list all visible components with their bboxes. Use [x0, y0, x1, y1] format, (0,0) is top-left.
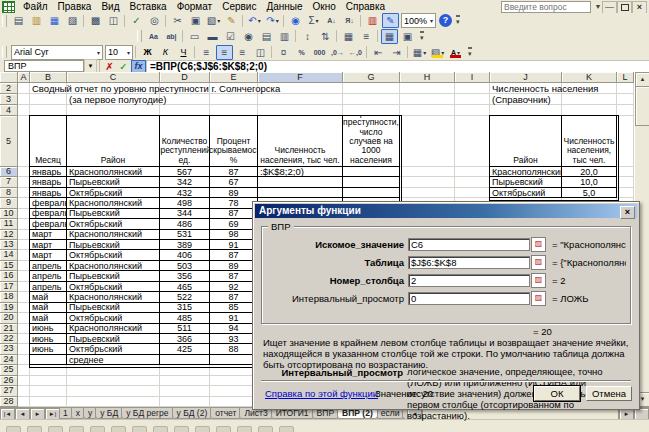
- bold-button[interactable]: Ж: [139, 45, 156, 60]
- vertical-scroll-thumb[interactable]: [635, 86, 649, 126]
- cell-C25[interactable]: [67, 365, 160, 375]
- cell-B4[interactable]: [30, 105, 67, 116]
- cell-A6[interactable]: [18, 167, 30, 177]
- cell-E13[interactable]: 91: [210, 240, 258, 250]
- cell-C14[interactable]: Октябрьский: [67, 250, 160, 260]
- dialog-title-bar[interactable]: Аргументы функции ×: [255, 204, 637, 218]
- increase-decimal-button[interactable]: ,0→: [329, 45, 346, 60]
- cell-C17[interactable]: Октябрьский: [67, 282, 160, 292]
- align-right-button[interactable]: ≡: [234, 45, 251, 60]
- cell-D20[interactable]: 485: [160, 313, 210, 323]
- menu-Сервис[interactable]: Сервис: [217, 0, 261, 13]
- cell-E10[interactable]: 87: [210, 209, 258, 219]
- cell-A8[interactable]: [18, 188, 30, 198]
- cell-B12[interactable]: март: [30, 230, 67, 240]
- cell-B11[interactable]: февраль: [30, 219, 67, 229]
- row-header-4[interactable]: 4: [0, 105, 18, 116]
- ok-button[interactable]: ОК: [534, 386, 580, 401]
- cell-B21[interactable]: июнь: [30, 324, 67, 334]
- cell-B5[interactable]: Месяц: [30, 116, 67, 167]
- percent-button[interactable]: %: [293, 45, 310, 60]
- cell-A26[interactable]: [18, 376, 30, 386]
- collapse-dialog-icon[interactable]: ▨: [531, 255, 546, 270]
- cell-J4[interactable]: [490, 105, 562, 116]
- column-header-I[interactable]: I: [455, 72, 490, 83]
- button-button[interactable]: ▬: [204, 29, 221, 44]
- cell-D4[interactable]: [160, 105, 210, 116]
- cell-A5[interactable]: [18, 116, 30, 167]
- cell-A24[interactable]: [18, 355, 30, 365]
- cell-C21[interactable]: Краснополянский: [67, 324, 160, 334]
- cell-I2[interactable]: [455, 83, 490, 94]
- cell-D19[interactable]: 315: [160, 303, 210, 313]
- cell-C12[interactable]: Краснополянский: [67, 230, 160, 240]
- cell-D15[interactable]: 503: [160, 261, 210, 271]
- cell-J5[interactable]: Район: [490, 116, 562, 167]
- column-header-B[interactable]: B: [30, 72, 67, 83]
- cell-D5[interactable]: Количество преступлений, ед.: [160, 116, 210, 167]
- cell-D13[interactable]: 389: [160, 240, 210, 250]
- autosum-dropdown-icon[interactable]: ▾: [316, 17, 319, 24]
- combo-box-button[interactable]: ▥: [276, 29, 293, 44]
- cell-F3[interactable]: [258, 94, 343, 105]
- column-header-D[interactable]: D: [160, 72, 210, 83]
- cell-A27[interactable]: [18, 386, 30, 396]
- sheet-tab-отчет[interactable]: отчет: [210, 408, 241, 419]
- collapse-dialog-icon[interactable]: ▨: [531, 237, 546, 252]
- cell-A20[interactable]: [18, 313, 30, 323]
- cell-C16[interactable]: Пырьевский: [67, 271, 160, 281]
- menu-Файл[interactable]: Файл: [18, 0, 53, 13]
- cell-J7[interactable]: Пырьевский: [490, 177, 562, 187]
- cell-D12[interactable]: 531: [160, 230, 210, 240]
- font-color-button[interactable]: А▾: [447, 45, 464, 60]
- cell-E3[interactable]: [210, 94, 258, 105]
- format-painter-button[interactable]: ✎: [223, 13, 240, 28]
- menu-Формат[interactable]: Формат: [172, 0, 218, 13]
- cell-C20[interactable]: Октябрьский: [67, 313, 160, 323]
- cell-G6[interactable]: [343, 167, 400, 177]
- cell-D9[interactable]: 498: [160, 198, 210, 208]
- cell-L7[interactable]: [617, 177, 634, 187]
- cell-E8[interactable]: 89: [210, 188, 258, 198]
- collapse-dialog-icon[interactable]: ▨: [531, 273, 546, 288]
- cell-D24[interactable]: [160, 355, 210, 365]
- cell-C3[interactable]: (за первое полугодие): [67, 94, 160, 105]
- edit-box-button[interactable]: аb|: [163, 29, 180, 44]
- cell-D7[interactable]: 342: [160, 177, 210, 187]
- cell-D26[interactable]: [160, 376, 210, 386]
- cell-E24[interactable]: [210, 355, 258, 365]
- fill-color-button[interactable]: ▧▾: [429, 45, 446, 60]
- column-header-E[interactable]: E: [210, 72, 258, 83]
- spelling-button[interactable]: ✓: [128, 13, 145, 28]
- row-header-28[interactable]: 28: [0, 397, 18, 407]
- cell-A3[interactable]: [18, 94, 30, 105]
- cell-K7[interactable]: 10,0: [562, 177, 617, 187]
- cell-B16[interactable]: апрель: [30, 271, 67, 281]
- cell-B14[interactable]: март: [30, 250, 67, 260]
- cell-C7[interactable]: Пырьевский: [67, 177, 160, 187]
- cell-B17[interactable]: апрель: [30, 282, 67, 292]
- cell-B9[interactable]: февраль: [30, 198, 67, 208]
- cell-C15[interactable]: Краснополянский: [67, 261, 160, 271]
- cell-L5[interactable]: [617, 116, 634, 167]
- align-center-button[interactable]: ≡: [216, 45, 233, 60]
- cell-C5[interactable]: Район: [67, 116, 160, 167]
- cell-E5[interactable]: Процент раскрываемости, %: [210, 116, 258, 167]
- view-code-button[interactable]: ≡: [358, 29, 375, 44]
- cell-C9[interactable]: Краснополянский: [67, 198, 160, 208]
- cell-C8[interactable]: Октябрьский: [67, 188, 160, 198]
- cell-A22[interactable]: [18, 334, 30, 344]
- paste-dropdown-icon[interactable]: ▾: [217, 17, 220, 24]
- column-header-A[interactable]: A: [18, 72, 30, 83]
- paste-button[interactable]: ▧▾: [205, 13, 222, 28]
- cell-A4[interactable]: [18, 105, 30, 116]
- cell-J6[interactable]: Краснополянский: [490, 167, 562, 177]
- cell-D22[interactable]: 366: [160, 334, 210, 344]
- cell-F8[interactable]: [258, 188, 343, 198]
- borders-button[interactable]: ▦▾: [411, 45, 428, 60]
- menu-Справка[interactable]: Справка: [341, 0, 390, 13]
- undo-button[interactable]: ↶▾: [246, 13, 263, 28]
- cell-L8[interactable]: [617, 188, 634, 198]
- cell-J2[interactable]: Численность населения: [490, 83, 562, 94]
- name-box[interactable]: ВПР: [4, 60, 84, 72]
